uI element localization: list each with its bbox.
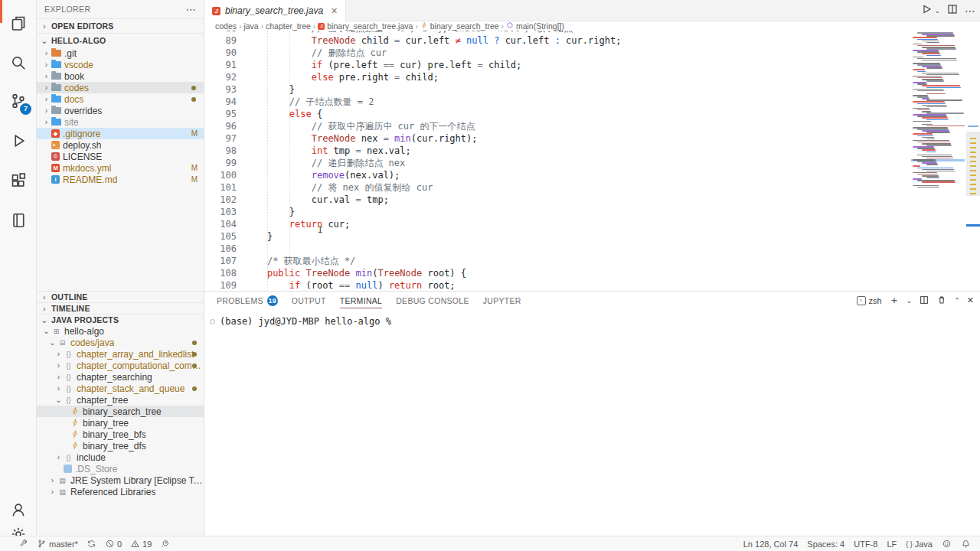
tree-item-include[interactable]: ›{}include [37,452,204,463]
status-cursor-position[interactable]: Ln 128, Col 74 [743,540,799,549]
status-error[interactable]: 0 [105,539,122,549]
new-terminal-button[interactable]: ＋ [889,294,900,308]
status-feedback[interactable] [942,539,952,549]
chevron-right-icon[interactable]: › [54,384,64,393]
chevron-right-icon[interactable]: › [54,453,64,461]
breadcrumb-item-main-string[interactable]: main(String[]) [506,21,564,31]
split-editor-button[interactable] [946,3,959,18]
chevron-right-icon[interactable]: › [47,476,57,484]
tree-item-binary-tree-dfs[interactable]: binary_tree_dfs [37,440,204,452]
tree-item-book[interactable]: ›book [37,70,204,82]
tree-item-license[interactable]: ©LICENSE [37,151,204,162]
tab-binary-search-tree[interactable]: J binary_search_tree.java ✕ [204,0,346,21]
tree-item-mkdocs-yml[interactable]: Mmkdocs.ymlM [37,162,204,174]
kill-terminal-button[interactable] [936,295,947,307]
tree-item-chapter-searching[interactable]: ›{}chapter_searching [37,371,204,383]
breadcrumb-item-codes[interactable]: codes [215,21,237,31]
tree-item-referenced-libraries[interactable]: ›▤Referenced Libraries [37,486,204,497]
close-icon[interactable]: ✕ [331,6,338,16]
notebook-icon[interactable] [0,205,37,236]
tree-item-binary-search-tree[interactable]: binary_search_tree [37,406,204,417]
section-open-editors[interactable]: › OPEN EDITORS [37,18,204,33]
chevron-down-icon[interactable]: ⌄ [41,327,51,335]
section-timeline[interactable]: › TIMELINE [37,302,204,314]
section-project-root[interactable]: ⌄ HELLO-ALGO [37,33,204,47]
run-and-debug-icon[interactable] [0,126,37,156]
tree-item-binary-tree[interactable]: binary_tree [37,417,204,429]
tree-item-chapter-array-and-linkedlist[interactable]: ›{}chapter_array_and_linkedlist [37,348,204,360]
chevron-down-icon[interactable]: ⌄ [47,338,57,347]
tree-item-chapter-stack-and-queue[interactable]: ›{}chapter_stack_and_queue [37,383,204,394]
panel-tab-output[interactable]: OUTPUT [292,292,326,309]
section-outline[interactable]: › OUTLINE [37,291,204,302]
status-eol[interactable]: LF [887,540,897,549]
line-number: 102 [211,194,237,206]
tree-item-deploy-sh[interactable]: >_deploy.sh [37,139,204,151]
tree-item-gitignore[interactable]: ◆.gitignoreM [37,128,204,139]
chevron-right-icon[interactable]: › [41,95,51,103]
breadcrumb-item-chapter-tree[interactable]: chapter_tree [266,21,311,31]
run-dropdown-chevron-icon[interactable]: ⌄ [934,7,940,15]
terminal-view[interactable]: (base) jyd@JYD-MBP hello-algo % [204,309,980,536]
status-sync[interactable] [87,539,96,549]
status-indentation[interactable]: Spaces: 4 [807,540,844,549]
terminal-dropdown-chevron-icon[interactable]: ⌄ [906,297,913,305]
breadcrumb-item-binary-search-tree-java[interactable]: Jbinary_search_tree.java [318,21,413,31]
tree-item-readme-md[interactable]: iREADME.mdM [37,174,204,185]
tree-item-binary-tree-bfs[interactable]: binary_tree_bfs [37,429,204,440]
tree-item-git[interactable]: ›.git [37,47,204,59]
chevron-right-icon[interactable]: › [41,106,51,115]
tree-item-docs[interactable]: ›docs [37,93,204,105]
chevron-right-icon[interactable]: › [41,72,51,80]
panel-tab-problems[interactable]: PROBLEMS19 [217,292,278,309]
tree-item-ds-store[interactable]: .DS_Store [37,463,204,474]
chevron-right-icon[interactable]: › [41,83,51,92]
code-editor[interactable]: 88 // 当子结点数量 = 0 / 1 时, child = null / 该… [204,31,980,291]
panel-tab-debug-console[interactable]: DEBUG CONSOLE [396,292,469,309]
status-language-mode[interactable]: { }Java [906,540,933,549]
overview-ruler[interactable] [966,31,980,291]
tree-item-hello-algo[interactable]: ⌄⊞hello-algo [37,325,204,337]
search-icon[interactable] [0,47,37,78]
chevron-down-icon[interactable]: ⌄ [54,396,64,404]
tree-item-overrides[interactable]: ›overrides [37,105,204,116]
tree-item-chapter-tree[interactable]: ⌄{}chapter_tree [37,394,204,406]
status-encoding[interactable]: UTF-8 [854,540,877,549]
tree-item-codes-java[interactable]: ⌄⊟codes/java [37,337,204,348]
chevron-right-icon[interactable]: › [41,60,51,69]
minimap-line [917,39,938,41]
scrollbar-thumb[interactable] [966,132,980,196]
breadcrumb-item-java[interactable]: java [243,21,258,31]
status-warning[interactable]: 19 [130,539,152,549]
close-panel-icon[interactable]: ✕ [967,295,974,305]
chevron-right-icon[interactable]: › [54,350,64,358]
tree-item-jre-system-library-eclipse-temurin-17-17[interactable]: ›▤JRE System Library [Eclipse Temurin 17… [37,474,204,486]
chevron-right-icon[interactable]: › [41,49,51,57]
more-actions-icon[interactable]: ⋯ [965,5,975,17]
chevron-right-icon[interactable]: › [54,373,64,381]
breadcrumb-item-binary-search-tree[interactable]: binary_search_tree [420,21,499,31]
section-java-projects[interactable]: ⌄ JAVA PROJECTS [37,314,204,325]
tree-item-vscode[interactable]: ›vscode [37,59,204,70]
tree-item-chapter-computational-complexity[interactable]: ›{}chapter_computational_complexity [37,360,204,371]
extensions-icon[interactable] [0,165,37,196]
chevron-right-icon[interactable]: › [41,118,51,126]
status-tools[interactable] [18,539,28,549]
split-terminal-button[interactable] [919,295,929,307]
panel-tab-jupyter[interactable]: JUPYTER [483,292,521,309]
chevron-right-icon[interactable]: › [47,487,57,496]
status-branch[interactable]: master* [37,539,78,549]
minimap[interactable] [911,31,965,191]
tree-item-site[interactable]: ›site [37,116,204,128]
status-notifications[interactable] [961,539,971,549]
chevron-right-icon[interactable]: › [54,361,64,370]
views-more-actions-icon[interactable]: ⋯ [186,4,196,15]
panel-tab-terminal[interactable]: TERMINAL [340,292,383,309]
explorer-icon[interactable] [0,8,37,38]
tree-item-codes[interactable]: ›codes [37,82,204,93]
terminal-shell-selector[interactable]: › zsh [857,296,882,305]
status-rocket[interactable] [160,539,170,549]
run-button[interactable] [920,3,933,18]
source-control-icon[interactable]: 7 [0,86,37,116]
maximize-panel-chevron-icon[interactable]: ⌃ [954,297,960,305]
